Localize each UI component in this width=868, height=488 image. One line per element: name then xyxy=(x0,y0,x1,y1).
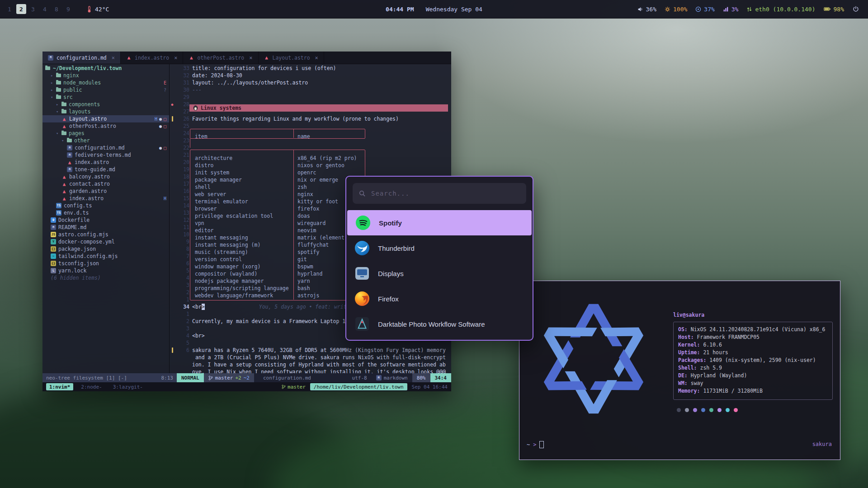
buffer-line[interactable]: ion. I have a setup consisting of Hyprla… xyxy=(170,361,451,368)
battery-module[interactable]: 98% xyxy=(820,6,848,13)
workspace-button-8[interactable]: 8 xyxy=(52,4,61,14)
close-icon[interactable]: × xyxy=(249,55,252,61)
tree-item-index.astro[interactable]: ▲index.astro xyxy=(42,159,169,166)
tab-Layout.astro[interactable]: ▲Layout.astro× xyxy=(259,52,324,64)
tree-item-tsconfig.json[interactable]: {}tsconfig.json xyxy=(42,260,169,267)
tab-otherPost.astro[interactable]: ▲otherPost.astro× xyxy=(183,52,258,64)
tree-item-label: Dockerfile xyxy=(58,217,90,223)
fetch-info-line: Packages: 1409 (nix-system), 2590 (nix-u… xyxy=(678,357,828,365)
launcher-item-Spotify[interactable]: Spotify xyxy=(347,210,532,235)
tree-item-Dockerfile[interactable]: DDockerfile xyxy=(42,216,169,224)
buffer-line[interactable]: 33title: configuration for devices i use… xyxy=(170,65,451,72)
tree-item-yarn.lock[interactable]: Lyarn.lock xyxy=(42,267,169,274)
tree-item-index.astro[interactable]: ▲index.astroH xyxy=(42,195,169,202)
buffer-line[interactable]: and a 2TB (Crucial P5 Plus) NVMe drive. … xyxy=(170,354,451,361)
buffer-line[interactable]: 29 xyxy=(170,94,451,101)
tree-root[interactable]: ~/Development/liv.town xyxy=(42,65,169,72)
tree-item-README.md[interactable]: MREADME.md xyxy=(42,224,169,231)
launcher-item-Displays[interactable]: Displays xyxy=(346,261,533,286)
tree-item-contact.astro[interactable]: ▲contact.astro xyxy=(42,180,169,188)
tree-item-configuration.md[interactable]: Mconfiguration.md●□ xyxy=(42,144,169,151)
search-box[interactable] xyxy=(353,183,526,204)
tree-item-layouts[interactable]: ▾layouts xyxy=(42,108,169,115)
astro-icon: ▲ xyxy=(126,55,132,61)
buffer-line[interactable]: 30--- xyxy=(170,86,451,94)
tmux-window-3[interactable]: 3:lazygit- xyxy=(110,383,146,390)
table-cell-item: webdev language/framework xyxy=(195,292,273,299)
buffer-line[interactable]: 23 xyxy=(170,137,451,144)
tab-configuration.md[interactable]: Mconfiguration.md× xyxy=(42,52,121,64)
tree-item-components[interactable]: ▸components xyxy=(42,101,169,108)
buffer-line[interactable]: ove. I use Nix when I need software with… xyxy=(170,368,451,373)
close-icon[interactable]: × xyxy=(174,55,177,61)
buffer-line[interactable]: ●28Linux systems xyxy=(170,101,451,108)
launcher-item-Firefox[interactable]: Firefox xyxy=(346,286,533,311)
tmux-window-2[interactable]: 2:node- xyxy=(78,383,105,390)
search-input[interactable] xyxy=(370,189,520,197)
volume-module[interactable]: 36% xyxy=(633,6,660,13)
tree-item-pages[interactable]: ▾pages xyxy=(42,130,169,137)
buffer-line[interactable]: 31layout: ../../layouts/otherPost.astro xyxy=(170,79,451,86)
file-tree[interactable]: ~/Development/liv.town ▸nginx▸node_modul… xyxy=(42,64,169,373)
git-change-sign xyxy=(172,347,173,353)
tree-item-fediverse-terms.md[interactable]: Mfediverse-terms.md xyxy=(42,151,169,159)
temperature-module[interactable]: 42°C xyxy=(82,6,113,13)
cpu-module[interactable]: 3% xyxy=(719,6,743,13)
folder-open-icon xyxy=(61,131,66,135)
tmux-window-1[interactable]: 1:nvim* xyxy=(46,383,73,390)
tree-item-Layout.astro[interactable]: ▲Layout.astroH●□ xyxy=(42,115,169,122)
tree-item-label: astro.config.mjs xyxy=(58,231,108,238)
tree-item-6hiddenitems[interactable]: (6 hidden items) xyxy=(42,274,169,282)
workspace-button-1[interactable]: 1 xyxy=(5,4,14,14)
workspace-button-2[interactable]: 2 xyxy=(16,4,26,14)
launcher-item-label: Spotify xyxy=(379,219,402,227)
table-cell-name: git xyxy=(297,256,307,263)
chevron-right-icon: ▸ xyxy=(51,88,54,92)
launcher-item-label: Firefox xyxy=(378,295,399,303)
gear-module[interactable]: 100% xyxy=(660,6,691,13)
network-module[interactable]: eth0 (10.0.0.140) xyxy=(742,6,819,13)
tree-item-otherPost.astro[interactable]: ▲otherPost.astro●□ xyxy=(42,122,169,130)
buffer-line[interactable]: 22 xyxy=(170,144,451,151)
tree-item-tone-guide.md[interactable]: Mtone-guide.md xyxy=(42,166,169,173)
line-number: 4 xyxy=(175,333,192,339)
table-cell-name: astrojs xyxy=(297,292,319,299)
tree-item-config.ts[interactable]: TSconfig.ts xyxy=(42,202,169,209)
workspace-button-9[interactable]: 9 xyxy=(63,4,73,14)
tree-item-env.d.ts[interactable]: TSenv.d.ts xyxy=(42,209,169,216)
tree-item-astro.config.mjs[interactable]: JSastro.config.mjs xyxy=(42,231,169,238)
buffer-line[interactable]: 25 xyxy=(170,122,451,130)
tab-index.astro[interactable]: ▲index.astro× xyxy=(121,52,183,64)
close-icon[interactable]: × xyxy=(112,55,115,61)
workspace-button-4[interactable]: 4 xyxy=(40,4,50,14)
tree-item-nodemodules[interactable]: ▸node_modulesE xyxy=(42,79,169,86)
workspace-button-3[interactable]: 3 xyxy=(28,4,38,14)
shell-prompt[interactable]: ~ > xyxy=(527,441,544,448)
buffer-line[interactable]: 24itemname xyxy=(170,130,451,137)
close-icon[interactable]: × xyxy=(315,55,318,61)
network-value: eth0 (10.0.0.140) xyxy=(755,6,815,13)
buffer-line[interactable]: 6sakura has a Ryzen 5 7640U, 32GB of DDR… xyxy=(170,347,451,354)
tree-item-nginx[interactable]: ▸nginx xyxy=(42,72,169,79)
buffer-line[interactable]: 26Favorite things regarding Linux and my… xyxy=(170,115,451,122)
marker-□: □ xyxy=(164,145,166,150)
tree-item-other[interactable]: ▾other xyxy=(42,137,169,144)
line-number: 6 xyxy=(175,260,192,267)
tree-item-public[interactable]: ▸public? xyxy=(42,86,169,94)
launcher-item-Thunderbird[interactable]: Thunderbird xyxy=(346,235,533,261)
tree-item-tailwind.config.mjs[interactable]: ~tailwind.config.mjs xyxy=(42,253,169,260)
tw-file-icon: ~ xyxy=(51,253,56,259)
tree-item-label: contact.astro xyxy=(69,181,110,187)
line-number: 32 xyxy=(175,72,192,79)
tree-item-docker-compose.yml[interactable]: Ydocker-compose.yml xyxy=(42,238,169,245)
disk-icon xyxy=(695,6,701,12)
tree-item-garden.astro[interactable]: ▲garden.astro xyxy=(42,188,169,195)
tree-item-src[interactable]: ▾src xyxy=(42,94,169,101)
disk-module[interactable]: 37% xyxy=(691,6,718,13)
buffer-line[interactable]: 32date: 2024-08-30 xyxy=(170,72,451,79)
launcher-item-Darktable[interactable]: Darktable Photo Workflow Software xyxy=(346,311,533,337)
buffer-line[interactable]: 21architecturex86_64 (rip m2 pro) xyxy=(170,151,451,159)
tree-item-package.json[interactable]: {}package.json xyxy=(42,245,169,253)
tree-item-balcony.astro[interactable]: ▲balcony.astro xyxy=(42,173,169,180)
power-icon[interactable] xyxy=(848,6,863,12)
